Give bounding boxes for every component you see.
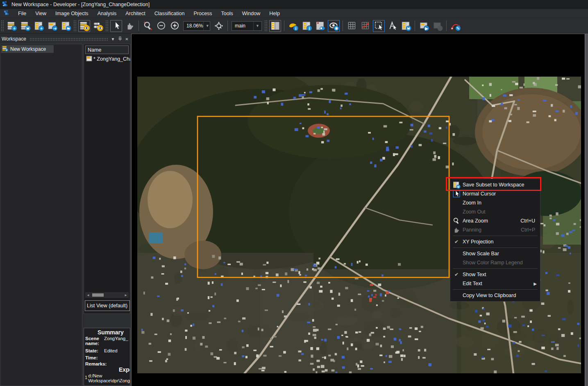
image-layer-mixing-button[interactable] [92,20,104,32]
add-scene-button[interactable]: + [33,20,45,32]
menu-process[interactable]: Process [189,10,216,17]
toolbar: ++➜18.06%▼main▼ii✱▶✎ [0,18,588,34]
context-menu-item-edit-text[interactable]: Edit Text▶ [450,279,540,288]
zoom-out-button[interactable] [155,20,167,32]
grid-scribble-icon [360,20,371,31]
menu-classification[interactable]: Classification [150,10,189,17]
view-settings-button[interactable]: ✱ [328,20,340,32]
context-menu-item-xy-projection[interactable]: ✔XY Projection [450,237,540,246]
chevron-down-icon[interactable]: ▼ [203,22,211,30]
context-menu-item-show-scale-bar[interactable]: Show Scale Bar [450,249,540,258]
start-analysis-button[interactable]: ▶ [418,20,430,32]
title-bar: New Workspace - Developer - [ZongYang_Ch… [0,0,588,9]
panel-menu-chevron-icon[interactable]: ▼ [109,37,116,41]
edit-thematic-objects-button[interactable]: ✎ [450,20,461,32]
context-menu-item-area-zoom[interactable]: Area ZoomCtrl+U [450,216,540,225]
document-icon [3,10,9,17]
context-menu-item-label: Show Color Ramp Legend [463,260,523,266]
zoom-level-combobox[interactable]: 18.06%▼ [183,21,210,31]
context-menu-separator [453,268,538,269]
scene-name-label: * ZongYang_Cha [93,56,130,62]
menu-help[interactable]: Help [265,10,284,17]
save-subset-toolbar-button[interactable] [400,20,412,32]
import-scene-button[interactable]: ➜ [46,20,58,32]
table-save-icon [401,20,411,31]
menu-window[interactable]: Window [238,10,265,17]
svg-text:i: i [309,26,310,31]
table-toggle-icon [315,20,326,31]
menu-file[interactable]: File [14,10,31,17]
list-view-selector[interactable]: List View (default) [85,300,130,311]
scrollbar-thumb[interactable] [92,293,104,297]
context-menu-item-zoom-out: Zoom Out [450,207,540,216]
context-menu-separator [453,236,538,236]
menu-tools[interactable]: Tools [217,10,238,17]
context-menu-item-label: Save Subset to Workspace [463,182,524,188]
stack-eye-icon [79,20,90,31]
horizontal-scrollbar[interactable]: ◄ ► [85,292,129,298]
toolbar-separator [446,20,447,31]
svg-text:➜: ➜ [53,26,57,31]
context-menu-item-normal-cursor[interactable]: Normal Cursor [450,189,540,198]
show-image-layers-button[interactable] [78,20,90,32]
context-menu-item-label: Zoom In [463,200,481,206]
toolbar-separator [1,20,4,32]
chevron-down-icon[interactable]: ▼ [253,22,261,30]
area-zoom-button[interactable] [142,20,154,32]
context-menu-item-label: Edit Text [463,281,482,286]
menu-view[interactable]: View [31,10,51,17]
submenu-arrow-icon: ▶ [534,282,540,286]
window-layout-button[interactable] [269,20,281,32]
hand-icon [125,20,135,31]
list-column-header[interactable]: Name [85,45,129,54]
table-save-icon [450,181,463,189]
map-selection-combobox[interactable]: main▼ [232,21,262,31]
zoom-to-window-button[interactable] [213,20,225,32]
summary-field-label: State: [85,348,103,353]
context-menu-item-label: Panning [463,227,481,233]
panning-button[interactable] [124,20,136,32]
context-menu-item-show-text[interactable]: ✔Show Text [450,270,540,279]
measure-tool-button[interactable] [386,20,398,32]
menu-analysis[interactable]: Analysis [93,10,121,17]
toolbar-separator [138,20,139,31]
workspace-list-panel: Name * ZongYang_Cha ◄ ► List View (defau… [84,44,130,314]
context-menu-item-zoom-in[interactable]: Zoom In [450,198,540,207]
sliders-eye-icon [93,20,103,31]
scroll-left-icon[interactable]: ◄ [85,293,90,297]
tree-item-label: New Workspace [10,46,46,52]
workspace-tree: New Workspace [0,44,82,386]
panel-close-icon[interactable]: ✕ [123,37,130,41]
show-polygons-button[interactable] [359,20,371,32]
menu-architect[interactable]: Architect [121,10,150,17]
panel-pin-icon[interactable] [116,36,123,42]
magnifier-fit-icon [213,20,224,31]
subset-selection-button[interactable] [373,20,385,32]
toolbar-separator [105,20,109,32]
checkmark-icon: ✔ [450,272,463,277]
context-menu-item-copy-view-to-clipboard[interactable]: Copy View to Clipboard [450,291,540,300]
cursor-icon [111,20,122,31]
context-menu-item-save-subset-to-workspace[interactable]: Save Subset to Workspace [450,180,540,189]
feature-view-button[interactable]: i [301,20,313,32]
map-viewer[interactable]: Save Subset to WorkspaceNormal CursorZoo… [131,34,588,386]
vertical-scrollbar[interactable] [585,34,588,386]
toolbar-separator [227,20,228,31]
export-row-path: d:/New Workspace\dpr\Zong [88,373,130,383]
menu-image-objects[interactable]: Image Objects [51,10,93,17]
class-hierarchy-button[interactable] [314,20,326,32]
box-import-icon: ➜ [47,20,58,31]
toolbar-separator [73,20,77,32]
scroll-right-icon[interactable]: ► [124,293,129,297]
create-new-project-button[interactable]: + [6,20,18,32]
scene-list-item[interactable]: * ZongYang_Cha [85,55,130,63]
image-object-information-button[interactable]: i [287,20,299,32]
stack-save-icon [20,20,31,31]
context-menu-separator [453,289,538,290]
zoom-in-button[interactable] [169,20,181,32]
normal-cursor-button[interactable] [110,20,122,32]
show-grid-button[interactable] [346,20,358,32]
save-project-button[interactable] [19,20,31,32]
sidebar-item-workspace[interactable]: New Workspace [1,45,54,53]
open-project-button[interactable] [60,20,72,32]
